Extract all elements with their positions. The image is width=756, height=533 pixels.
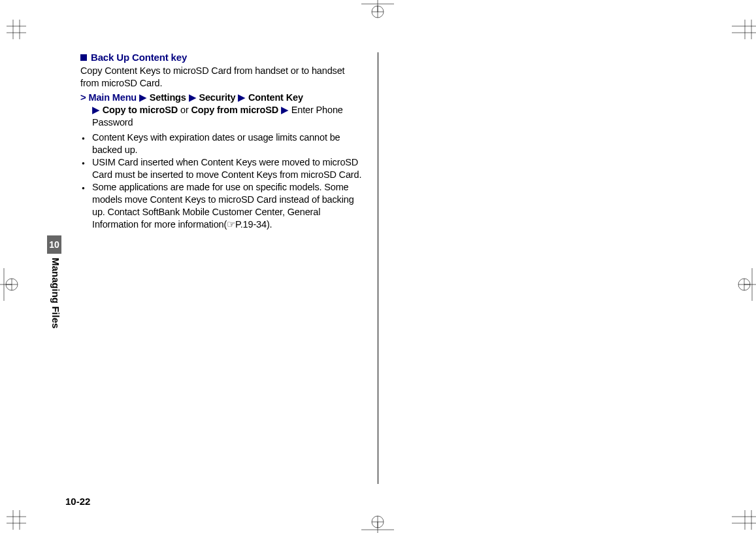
triangle-icon: ▶ bbox=[281, 105, 289, 115]
note-text: Content Keys with expiration dates or us… bbox=[92, 132, 340, 155]
svg-point-27 bbox=[372, 516, 384, 528]
nav-content-key: Content Key bbox=[248, 92, 303, 103]
crop-mark-top-left bbox=[7, 20, 38, 51]
nav-security: Security bbox=[199, 92, 235, 103]
section-heading-text: Back Up Content key bbox=[91, 52, 187, 63]
note-text: Some applications are made for use on sp… bbox=[92, 182, 354, 230]
chapter-side-tab: 10 Managing Files bbox=[47, 235, 61, 328]
svg-point-6 bbox=[372, 6, 384, 18]
column-divider bbox=[378, 52, 378, 484]
navigation-path: > Main Menu ▶ Settings ▶ Security ▶ Cont… bbox=[80, 91, 364, 129]
notes-list: Content Keys with expiration dates or us… bbox=[80, 131, 364, 231]
nav-main-menu: Main Menu bbox=[89, 92, 137, 103]
crop-mark-bottom-right bbox=[719, 510, 756, 533]
page-number: 10-22 bbox=[65, 496, 90, 507]
content-column: Back Up Content key Copy Content Keys to… bbox=[80, 51, 364, 231]
crop-mark-right-center bbox=[734, 268, 756, 301]
triangle-icon: ▶ bbox=[238, 92, 246, 103]
triangle-icon: ▶ bbox=[139, 92, 147, 103]
triangle-icon: ▶ bbox=[92, 105, 100, 115]
chapter-number-badge: 10 bbox=[47, 235, 61, 254]
nav-copy-from: Copy from microSD bbox=[191, 105, 279, 115]
crop-mark-top-right bbox=[719, 20, 756, 59]
chevron-icon: > bbox=[80, 92, 86, 103]
crop-mark-bottom-left bbox=[7, 510, 38, 533]
nav-copy-to: Copy to microSD bbox=[103, 105, 178, 115]
nav-or-text: or bbox=[180, 105, 189, 115]
svg-point-15 bbox=[6, 279, 18, 290]
svg-point-20 bbox=[738, 279, 750, 290]
section-heading: Back Up Content key bbox=[80, 51, 364, 63]
note-item: Content Keys with expiration dates or us… bbox=[80, 131, 364, 156]
triangle-icon: ▶ bbox=[189, 92, 197, 103]
square-bullet-icon bbox=[80, 54, 87, 61]
note-text: USIM Card inserted when Content Keys wer… bbox=[92, 157, 361, 180]
crop-mark-bottom-center bbox=[361, 515, 394, 533]
crop-mark-left-center bbox=[0, 268, 22, 301]
chapter-title-vertical: Managing Files bbox=[47, 258, 61, 328]
nav-settings: Settings bbox=[150, 92, 186, 103]
note-item: USIM Card inserted when Content Keys wer… bbox=[80, 156, 364, 181]
section-intro-text: Copy Content Keys to microSD Card from h… bbox=[80, 65, 364, 90]
note-item: Some applications are made for use on sp… bbox=[80, 181, 364, 231]
crop-mark-top-center bbox=[361, 0, 394, 22]
